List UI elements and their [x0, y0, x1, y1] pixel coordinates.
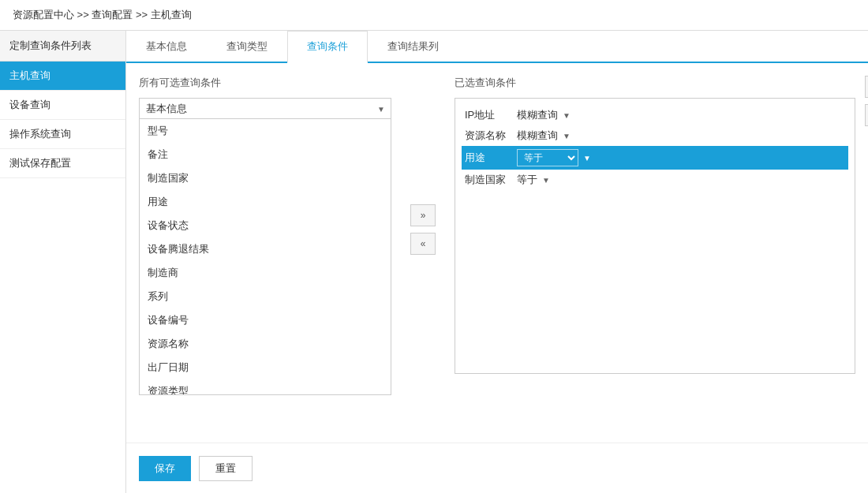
- selected-condition-item: IP地址 模糊查询 ▼: [462, 105, 848, 125]
- list-item[interactable]: 出厂日期: [140, 356, 391, 379]
- add-condition-button[interactable]: »: [410, 204, 436, 226]
- tab-query-type[interactable]: 查询类型: [207, 31, 287, 63]
- list-item[interactable]: 制造国家: [140, 166, 391, 190]
- chevron-down-icon: ▼: [563, 111, 571, 120]
- category-select[interactable]: 基本信息扩展信息关联信息: [139, 98, 391, 119]
- list-item[interactable]: 设备腾退结果: [140, 237, 391, 261]
- tab-content-query-condition: 所有可选查询条件 基本信息扩展信息关联信息 型号 备注 制造国家 用途 设备状态…: [126, 63, 868, 443]
- chevron-down-icon: ▼: [563, 132, 571, 140]
- sidebar-item-os-query[interactable]: 操作系统查询: [0, 120, 125, 149]
- condition-operator-select[interactable]: 等于 模糊查询 不等于 大于 小于: [517, 149, 578, 166]
- list-item[interactable]: 系列: [140, 285, 391, 308]
- move-up-button[interactable]: ∧: [865, 76, 868, 98]
- condition-label: 资源名称: [465, 129, 512, 143]
- list-item[interactable]: 设备编号: [140, 308, 391, 332]
- condition-operator-text: 模糊查询: [517, 129, 558, 143]
- list-item[interactable]: 制造商: [140, 261, 391, 285]
- condition-operator-text: 模糊查询: [517, 108, 558, 122]
- tab-basic-info[interactable]: 基本信息: [126, 31, 207, 63]
- tab-query-result[interactable]: 查询结果列: [368, 31, 458, 63]
- chevron-down-icon: ▼: [583, 154, 591, 162]
- list-item[interactable]: 资源名称: [140, 332, 391, 356]
- sidebar-item-test-save[interactable]: 测试保存配置: [0, 149, 125, 178]
- breadcrumb: 资源配置中心 >> 查询配置 >> 主机查询: [0, 0, 868, 31]
- updown-buttons: ∧ ∨: [865, 76, 868, 126]
- category-select-wrapper: 基本信息扩展信息关联信息: [139, 98, 391, 119]
- tabs-bar: 基本信息 查询类型 查询条件 查询结果列: [126, 31, 868, 63]
- selected-conditions-list: IP地址 模糊查询 ▼ 资源名称 模糊查询 ▼ 用途: [455, 98, 855, 374]
- list-item[interactable]: 型号: [140, 119, 391, 143]
- list-item[interactable]: 备注: [140, 143, 391, 166]
- right-section-title: 已选查询条件: [455, 76, 855, 90]
- reset-button[interactable]: 重置: [199, 456, 253, 481]
- move-down-button[interactable]: ∨: [865, 104, 868, 126]
- condition-label: 制造国家: [465, 173, 512, 187]
- selected-condition-item: 资源名称 模糊查询 ▼: [462, 125, 848, 146]
- sidebar: 定制查询条件列表 主机查询 设备查询 操作系统查询 测试保存配置: [0, 31, 126, 493]
- transfer-buttons: » «: [404, 76, 442, 383]
- condition-label: 用途: [465, 151, 512, 165]
- breadcrumb-text: 资源配置中心 >> 查询配置 >> 主机查询: [13, 9, 192, 21]
- footer-buttons: 保存 重置: [126, 443, 868, 493]
- selected-condition-item-highlighted[interactable]: 用途 等于 模糊查询 不等于 大于 小于 ▼: [462, 146, 848, 170]
- sidebar-item-host-query[interactable]: 主机查询: [0, 62, 125, 91]
- condition-label: IP地址: [465, 108, 512, 122]
- tab-query-condition[interactable]: 查询条件: [287, 31, 368, 63]
- left-panel: 所有可选查询条件 基本信息扩展信息关联信息 型号 备注 制造国家 用途 设备状态…: [139, 76, 391, 383]
- sidebar-header: 定制查询条件列表: [0, 31, 125, 62]
- selected-condition-item: 制造国家 等于 ▼: [462, 170, 848, 190]
- chevron-down-icon: ▼: [542, 176, 550, 185]
- remove-condition-button[interactable]: «: [410, 233, 436, 255]
- right-panel: 已选查询条件 IP地址 模糊查询 ▼ 资源名称 模糊查询 ▼: [455, 76, 855, 383]
- condition-operator-text: 等于: [517, 173, 537, 187]
- sidebar-item-device-query[interactable]: 设备查询: [0, 91, 125, 120]
- list-item[interactable]: 设备状态: [140, 214, 391, 237]
- available-conditions-list: 型号 备注 制造国家 用途 设备状态 设备腾退结果 制造商 系列 设备编号 资源…: [139, 119, 391, 395]
- list-item[interactable]: 用途: [140, 190, 391, 214]
- left-section-title: 所有可选查询条件: [139, 76, 391, 90]
- list-item[interactable]: 资源类型: [140, 379, 391, 395]
- content-area: 基本信息 查询类型 查询条件 查询结果列 所有可选查询条件 基本信息扩展信息关联…: [126, 31, 868, 493]
- save-button[interactable]: 保存: [139, 456, 191, 481]
